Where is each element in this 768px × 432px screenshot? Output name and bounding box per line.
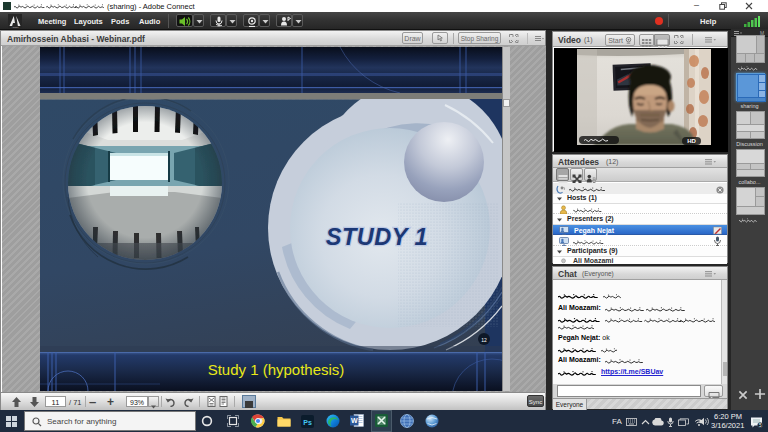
- svg-text:Study 1 (hypothesis): Study 1 (hypothesis): [208, 361, 345, 378]
- svg-text:W: W: [351, 417, 358, 424]
- svg-text:Ps: Ps: [303, 419, 312, 426]
- svg-text:STUDY 1: STUDY 1: [326, 224, 428, 250]
- svg-text:12: 12: [481, 337, 487, 343]
- svg-text:HD: HD: [687, 138, 696, 144]
- svg-text:Adobe: Adobe: [11, 26, 19, 29]
